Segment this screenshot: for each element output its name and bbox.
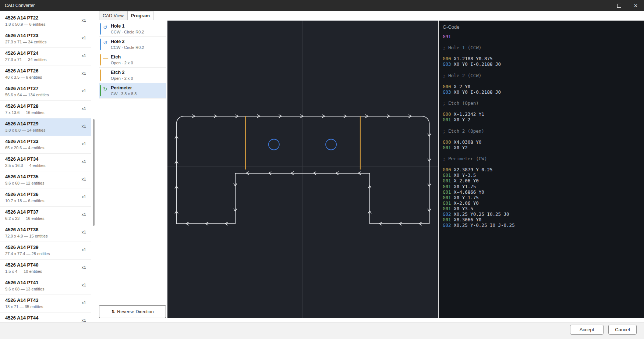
- tab-program[interactable]: Program: [127, 11, 153, 20]
- part-details: 9.6 x 68 — 12 entities: [5, 181, 76, 185]
- operation-list-item[interactable]: — Etch Open · 2 x 0: [99, 52, 166, 68]
- op-name: Etch: [111, 54, 164, 60]
- toolpath-drawing: [167, 21, 438, 318]
- part-list-item[interactable]: 4526 A14 PT35 9.6 x 68 — 12 entities x1: [0, 171, 91, 189]
- gcode-line: G00 X-2 Y0: [443, 84, 644, 89]
- part-details: 9.6 x 68 — 13 entities: [5, 287, 76, 291]
- window-title: CAD Converter: [0, 3, 611, 8]
- gcode-line: G00 X1.2188 Y0.875: [443, 56, 644, 61]
- part-name: 4526 A14 PT38: [5, 227, 76, 233]
- part-name: 4526 A14 PT39: [5, 245, 76, 250]
- part-details: 3.8 x 8.8 — 14 entities: [5, 128, 76, 132]
- part-name: 4526 A14 PT33: [5, 139, 76, 144]
- operations-list: ↺ Hole 1 CCW · Circle R0.2 ↺ Hole 2 CCW …: [99, 21, 166, 99]
- part-name: 4526 A14 PT26: [5, 68, 76, 74]
- part-list-item[interactable]: 4526 A14 PT29 3.8 x 8.8 — 14 entities x1: [0, 118, 91, 136]
- accept-button[interactable]: Accept: [570, 325, 604, 335]
- hole-circle-2: [326, 139, 336, 150]
- op-color-stripe: [100, 54, 101, 65]
- part-qty-badge: x1: [82, 265, 86, 270]
- part-name: 4526 A14 PT40: [5, 262, 76, 268]
- gcode-line: ; Perimeter (CW): [443, 156, 644, 161]
- part-list-item[interactable]: 4526 A14 PT34 2.5 x 16.3 — 4 entities x1: [0, 154, 91, 171]
- op-details: Open · 2 x 0: [111, 61, 164, 65]
- part-details: 56.6 x 64 — 134 entities: [5, 93, 76, 97]
- gcode-line: G01 X8.3066 Y0: [443, 217, 644, 222]
- gcode-line: [443, 150, 644, 156]
- etch-line-icon: —: [103, 71, 108, 76]
- part-details: 1.8 x 50.9 — 6 entities: [5, 22, 76, 26]
- gcode-line: G02 X0.25 Y0.25 I0.25 J0: [443, 211, 644, 217]
- tab-strip: CAD View Program: [99, 11, 166, 20]
- gcode-line: G01 X0 Y-1.75: [443, 195, 644, 200]
- parts-list: 4526 A14 PT22 1.8 x 50.9 — 6 entities x1…: [0, 11, 91, 322]
- reverse-direction-icon: ⇅: [111, 309, 115, 314]
- part-list-item[interactable]: 4526 A14 PT27 56.6 x 64 — 134 entities x…: [0, 83, 91, 101]
- part-qty-badge: x1: [82, 142, 86, 146]
- part-name: 4526 A14 PT29: [5, 121, 76, 127]
- operation-list-item[interactable]: — Etch 2 Open · 2 x 0: [99, 68, 166, 83]
- part-list-item[interactable]: 4526 A14 PT23 27.3 x 71 — 34 entities x1: [0, 30, 91, 48]
- gcode-line: [443, 39, 644, 45]
- part-list-item[interactable]: 4526 A14 PT41 9.6 x 68 — 13 entities x1: [0, 277, 91, 295]
- gcode-line: ; Hole 1 (CCW): [443, 45, 644, 50]
- op-color-stripe: [100, 69, 101, 81]
- gcode-line: G01 X0 Y3.5: [443, 206, 644, 211]
- part-list-item[interactable]: 4526 A14 PT36 10.7 x 18 — 6 entities x1: [0, 189, 91, 207]
- cancel-button[interactable]: Cancel: [608, 325, 637, 335]
- part-details: 2.5 x 16.3 — 4 entities: [5, 163, 76, 168]
- part-qty-badge: x1: [82, 71, 86, 75]
- gcode-line: G00 X-1.2342 Y1: [443, 111, 644, 117]
- operation-list-item[interactable]: ↺ Hole 2 CCW · Circle R0.2: [99, 37, 166, 52]
- gcode-line: ; Hole 2 (CCW): [443, 73, 644, 78]
- maximize-button[interactable]: [611, 0, 627, 11]
- part-list-item[interactable]: 4526 A14 PT26 48 x 3.5 — 6 entities x1: [0, 65, 91, 83]
- part-details: 27.3 x 71 — 34 entities: [5, 57, 76, 62]
- op-name: Perimeter: [111, 85, 164, 91]
- gcode-line: G03 X0 Y0 I-0.2188 J0: [443, 61, 644, 67]
- toolpath-canvas[interactable]: [167, 21, 438, 318]
- part-list-item[interactable]: 4526 A14 PT39 27.4 x 77.4 — 28 entities …: [0, 242, 91, 260]
- part-qty-badge: x1: [82, 159, 86, 164]
- parts-scrollbar-thumb[interactable]: [93, 119, 95, 226]
- part-name: 4526 A14 PT24: [5, 50, 76, 56]
- gcode-line: [443, 134, 644, 139]
- gcode-line: [443, 161, 644, 167]
- part-name: 4526 A14 PT27: [5, 86, 76, 92]
- reverse-direction-button[interactable]: ⇅ Reverse Direction: [99, 305, 166, 318]
- part-list-item[interactable]: 4526 A14 PT33 65 x 20.6 — 4 entities x1: [0, 136, 91, 154]
- reverse-direction-label: Reverse Direction: [117, 309, 153, 314]
- operation-list-item[interactable]: ↻ Perimeter CW · 3.8 x 8.8: [99, 83, 166, 99]
- part-details: 27.3 x 71 — 34 entities: [5, 40, 76, 44]
- maximize-icon: [617, 4, 621, 8]
- part-details: 18 x 71 — 35 entities: [5, 304, 76, 309]
- op-details: CCW · Circle R0.2: [111, 45, 164, 50]
- part-list-item[interactable]: 4526 A14 PT44 x1: [0, 313, 91, 322]
- close-icon: ✕: [634, 3, 638, 8]
- close-button[interactable]: ✕: [627, 0, 644, 11]
- part-qty-badge: x1: [82, 283, 86, 287]
- part-list-item[interactable]: 4526 A14 PT22 1.8 x 50.9 — 6 entities x1: [0, 13, 91, 30]
- part-qty-badge: x1: [82, 247, 86, 252]
- part-list-item[interactable]: 4526 A14 PT43 18 x 71 — 35 entities x1: [0, 295, 91, 313]
- part-list-item[interactable]: 4526 A14 PT40 1.5 x 4 — 10 entities x1: [0, 260, 91, 277]
- part-list-item[interactable]: 4526 A14 PT24 27.3 x 71 — 34 entities x1: [0, 48, 91, 65]
- etch-line-icon: —: [103, 56, 108, 61]
- part-qty-badge: x1: [82, 212, 86, 217]
- gcode-line: G01 X0 Y2: [443, 145, 644, 150]
- gcode-line: G01 X-2.06 Y0: [443, 178, 644, 183]
- part-details: 10.7 x 18 — 6 entities: [5, 199, 76, 203]
- footer-bar: Accept Cancel: [0, 322, 644, 339]
- part-details: 7 x 13.6 — 16 entities: [5, 110, 76, 115]
- gcode-line: G01 X0 Y1.75: [443, 184, 644, 189]
- part-qty-badge: x1: [82, 36, 86, 40]
- operation-list-item[interactable]: ↺ Hole 1 CCW · Circle R0.2: [99, 21, 166, 37]
- tab-cad-view[interactable]: CAD View: [99, 11, 127, 20]
- part-qty-badge: x1: [82, 89, 86, 93]
- part-list-item[interactable]: 4526 A14 PT37 6.2 x 23 — 16 entities x1: [0, 207, 91, 224]
- gcode-panel: G-Code G91 ; Hole 1 (CCW) G00 X1.2188 Y0…: [438, 21, 644, 318]
- part-list-item[interactable]: 4526 A14 PT38 72.9 x 4.9 — 15 entities x…: [0, 224, 91, 242]
- part-list-item[interactable]: 4526 A14 PT28 7 x 13.6 — 16 entities x1: [0, 101, 91, 118]
- gcode-line: G01 X-2.06 Y0: [443, 200, 644, 206]
- part-qty-badge: x1: [82, 53, 86, 58]
